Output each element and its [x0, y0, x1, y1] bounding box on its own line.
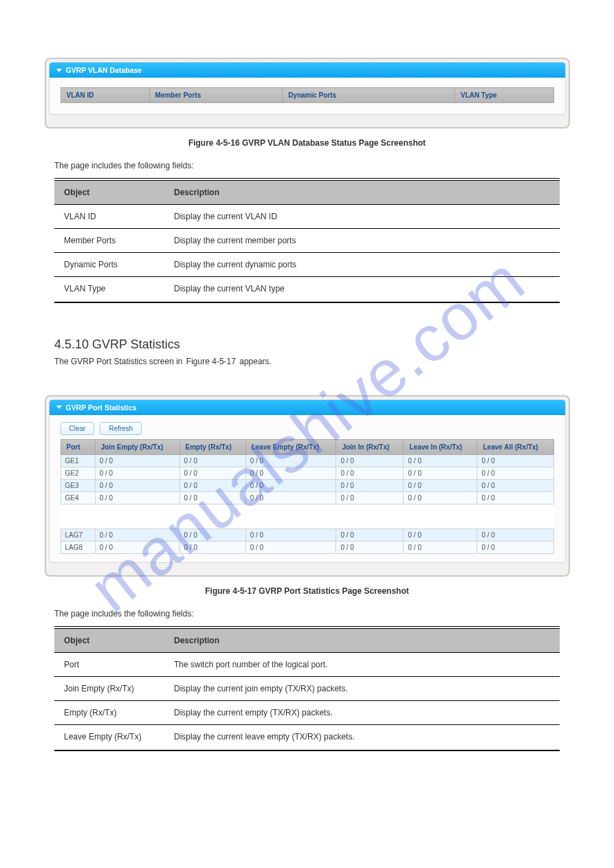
figure-ref: Figure 4-5-17	[186, 357, 236, 366]
cell: 0 / 0	[245, 454, 336, 467]
table-row: LAG80 / 00 / 00 / 00 / 00 / 00 / 0	[61, 541, 553, 553]
cell: 0 / 0	[179, 541, 245, 553]
cell: 0 / 0	[404, 528, 477, 541]
desc-row: Leave Empty (Rx/Tx)Display the current l…	[54, 725, 560, 749]
gvrp-port-statistics-card: GVRP Port Statistics Clear Refresh Port …	[45, 395, 570, 577]
panel-header: GVRP Port Statistics	[50, 400, 565, 415]
desc-table-1: Object Description VLAN IDDisplay the cu…	[54, 181, 560, 300]
panel-body: VLAN ID Member Ports Dynamic Ports VLAN …	[50, 78, 565, 106]
table-row: GE10 / 00 / 00 / 00 / 00 / 00 / 0	[61, 454, 553, 467]
cell: 0 / 0	[336, 541, 404, 553]
card-inner: GVRP VLAN Database VLAN ID Member Ports …	[49, 62, 566, 115]
desc-object: Member Ports	[54, 229, 164, 253]
desc-col-object: Object	[54, 629, 164, 653]
desc-object: VLAN Type	[54, 277, 164, 301]
cell: 0 / 0	[179, 479, 245, 491]
port-statistics-table: Port Join Empty (Rx/Tx) Empty (Rx/Tx) Le…	[61, 439, 554, 554]
desc-table-2: Object Description PortThe switch port n…	[54, 629, 560, 748]
cell: GE4	[61, 491, 95, 504]
table-header-row: Port Join Empty (Rx/Tx) Empty (Rx/Tx) Le…	[61, 439, 553, 454]
desc-object: Leave Empty (Rx/Tx)	[54, 725, 164, 749]
cell: 0 / 0	[336, 467, 404, 479]
col-vlan-type: VLAN Type	[455, 88, 553, 103]
chevron-down-icon	[56, 405, 62, 409]
gvrp-vlan-database-card: GVRP VLAN Database VLAN ID Member Ports …	[45, 58, 570, 129]
cell: 0 / 0	[179, 491, 245, 504]
cell: 0 / 0	[95, 528, 179, 541]
table-row: GE40 / 00 / 00 / 00 / 00 / 00 / 0	[61, 491, 553, 504]
col-vlan-id: VLAN ID	[61, 88, 149, 103]
cell: 0 / 0	[477, 454, 553, 467]
section-heading: 4.5.10 GVRP Statistics	[54, 337, 560, 352]
col-leave-in: Leave In (Rx/Tx)	[404, 439, 477, 454]
cell: 0 / 0	[477, 479, 553, 491]
cell: 0 / 0	[245, 479, 336, 491]
cell: 0 / 0	[336, 491, 404, 504]
table-cut	[61, 504, 553, 528]
desc-description: Display the current VLAN type	[164, 277, 560, 301]
figure-caption-1: Figure 4-5-16 GVRP VLAN Database Status …	[54, 138, 560, 148]
cell: 0 / 0	[95, 491, 179, 504]
col-member-ports: Member Ports	[149, 88, 283, 103]
fields-intro-1: The page includes the following fields:	[54, 160, 560, 171]
cell: LAG8	[61, 541, 95, 553]
desc-description: Display the current join empty (TX/RX) p…	[164, 677, 560, 701]
desc-description: Display the current leave empty (TX/RX) …	[164, 725, 560, 749]
desc-table-2-wrap: Object Description PortThe switch port n…	[54, 626, 560, 751]
table-row: LAG70 / 00 / 00 / 00 / 00 / 00 / 0	[61, 528, 553, 541]
cell: 0 / 0	[95, 454, 179, 467]
cell: GE3	[61, 479, 95, 491]
desc-header-row: Object Description	[54, 629, 560, 653]
table-row: GE30 / 00 / 00 / 00 / 00 / 00 / 0	[61, 479, 553, 491]
desc-object: Dynamic Ports	[54, 253, 164, 277]
col-leave-empty: Leave Empty (Rx/Tx)	[245, 439, 336, 454]
cell: 0 / 0	[245, 491, 336, 504]
cell: 0 / 0	[245, 541, 336, 553]
col-empty: Empty (Rx/Tx)	[179, 439, 245, 454]
figure-caption-2: Figure 4-5-17 GVRP Port Statistics Page …	[54, 586, 560, 596]
desc-row: Dynamic PortsDisplay the current dynamic…	[54, 253, 560, 277]
desc-description: Display the current member ports	[164, 229, 560, 253]
desc-header-row: Object Description	[54, 181, 560, 205]
cell: 0 / 0	[477, 491, 553, 504]
chevron-down-icon	[56, 69, 62, 72]
cell: 0 / 0	[336, 528, 404, 541]
col-dynamic-ports: Dynamic Ports	[283, 88, 455, 103]
cell: 0 / 0	[245, 528, 336, 541]
cell: 0 / 0	[336, 454, 404, 467]
cell: 0 / 0	[404, 467, 477, 479]
desc-row: Member PortsDisplay the current member p…	[54, 229, 560, 253]
cell: 0 / 0	[179, 467, 245, 479]
desc-table-1-wrap: Object Description VLAN IDDisplay the cu…	[54, 178, 560, 303]
panel-header: GVRP VLAN Database	[50, 63, 565, 78]
vlan-database-table: VLAN ID Member Ports Dynamic Ports VLAN …	[61, 87, 554, 103]
cell: 0 / 0	[404, 479, 477, 491]
desc-object: Empty (Rx/Tx)	[54, 701, 164, 725]
table-row: GE20 / 00 / 00 / 00 / 00 / 00 / 0	[61, 467, 553, 479]
cell: 0 / 0	[404, 541, 477, 553]
desc-col-object: Object	[54, 181, 164, 205]
cell: GE2	[61, 467, 95, 479]
desc-description: The switch port number of the logical po…	[164, 653, 560, 677]
cell: 0 / 0	[95, 467, 179, 479]
button-row: Clear Refresh	[50, 415, 565, 439]
col-port: Port	[61, 439, 95, 454]
cell: 0 / 0	[95, 541, 179, 553]
cell: LAG7	[61, 528, 95, 541]
fields-intro-2: The page includes the following fields:	[54, 608, 560, 619]
cell: 0 / 0	[477, 541, 553, 553]
desc-description: Display the current empty (TX/RX) packet…	[164, 701, 560, 725]
col-leave-all: Leave All (Rx/Tx)	[477, 439, 553, 454]
table-header-row: VLAN ID Member Ports Dynamic Ports VLAN …	[61, 88, 553, 103]
cell: 0 / 0	[477, 528, 553, 541]
cell: 0 / 0	[404, 454, 477, 467]
section-text: The GVRP Port Statistics screen in Figur…	[54, 356, 560, 368]
desc-col-description: Description	[164, 629, 560, 653]
desc-row: VLAN TypeDisplay the current VLAN type	[54, 277, 560, 301]
refresh-button[interactable]: Refresh	[100, 422, 142, 435]
desc-row: VLAN IDDisplay the current VLAN ID	[54, 205, 560, 229]
cell: 0 / 0	[245, 467, 336, 479]
desc-object: Join Empty (Rx/Tx)	[54, 677, 164, 701]
stats-table-wrap: Port Join Empty (Rx/Tx) Empty (Rx/Tx) Le…	[50, 439, 565, 554]
clear-button[interactable]: Clear	[61, 422, 95, 435]
